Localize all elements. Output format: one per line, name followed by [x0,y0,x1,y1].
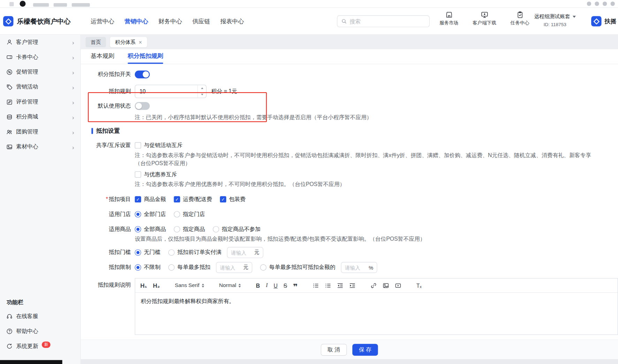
all-products-radio[interactable]: 全部商品 [135,226,166,233]
all-stores-radio[interactable]: 全部门店 [135,211,166,218]
browser-profile-icon[interactable] [20,1,26,7]
nav-finance[interactable]: 财务中心 [159,17,182,25]
chevron-right-icon: › [72,144,74,150]
service-market-button[interactable]: 服务市场 [436,11,462,26]
font-size-select[interactable]: Normal [219,282,241,288]
refresh-icon [6,343,13,349]
save-button[interactable]: 保 存 [352,344,378,356]
points-rate-input[interactable] [135,85,207,98]
specified-stores-radio[interactable]: 指定门店 [174,211,205,218]
radio-selected-icon[interactable] [135,264,141,271]
extension-icon[interactable] [611,2,615,6]
indent-button[interactable] [349,282,356,288]
step-down-icon[interactable] [198,91,206,98]
item-goods-amount-checkbox[interactable]: ✓ 商品金额 [135,196,166,203]
header1-button[interactable]: H₁ [140,282,147,288]
no-limit-radio[interactable]: 不限制 [135,264,160,271]
font-family-select[interactable]: Sans Serif [175,282,204,288]
nav-supply-chain[interactable]: 供应链 [192,17,210,25]
mutex-coupon-checkbox[interactable]: 与优惠券互斥 [135,171,177,178]
outdent-button[interactable] [337,282,343,288]
insert-image-button[interactable] [383,282,389,288]
radio-selected-icon[interactable] [135,226,141,232]
sidebar-item-points-mall[interactable]: 积分商城 › [0,109,81,124]
search-input[interactable] [350,18,425,24]
tag-icon [6,84,13,90]
nav-reports[interactable]: 报表中心 [220,17,244,25]
extension-icon[interactable] [603,2,607,6]
nav-marketing[interactable]: 营销中心 [124,17,148,25]
max-amount-input[interactable]: 元 [216,262,252,273]
sidebar-item-coupon-center[interactable]: 卡券中心 › [0,49,81,64]
link-button[interactable] [371,282,377,288]
default-state-toggle[interactable] [135,102,150,110]
extension-icon[interactable] [587,2,591,6]
underline-button[interactable]: U [274,282,277,288]
sidebar-item-online-service[interactable]: 在线客服 [0,309,81,324]
max-percent-input[interactable]: % [341,262,377,273]
nav-operations[interactable]: 运营中心 [91,17,114,25]
sidebar-item-group-buying[interactable]: 团购管理 › [0,124,81,139]
radio-icon[interactable] [174,226,180,232]
task-center-button[interactable]: 任务中心 [507,11,533,26]
mutex-promo-checkbox[interactable]: 与促销活动互斥 [135,142,183,149]
sidebar-item-material-center[interactable]: 素材中心 › [0,139,81,154]
radio-selected-icon[interactable] [135,211,141,217]
client-download-button[interactable]: 客户端下载 [471,11,497,26]
checkbox-unchecked-icon[interactable] [135,171,141,178]
radio-icon[interactable] [174,211,180,217]
checkbox-checked-icon[interactable]: ✓ [174,196,180,202]
ordered-list-button[interactable] [313,282,319,288]
radio-icon[interactable] [168,264,175,271]
max-per-order-radio[interactable]: 每单最多抵扣 [168,264,211,271]
bold-button[interactable]: B [256,282,260,288]
radio-icon[interactable] [213,226,219,232]
italic-button[interactable]: I [266,282,268,288]
item-packaging-fee-checkbox[interactable]: ✓ 包装费 [220,196,245,203]
insert-video-button[interactable] [395,282,401,288]
header2-button[interactable]: H₂ [153,282,160,288]
sidebar-item-marketing-campaigns[interactable]: 营销活动 › [0,79,81,94]
radio-icon[interactable] [168,249,175,256]
extension-icon[interactable] [595,2,599,6]
checkbox-checked-icon[interactable]: ✓ [135,196,141,202]
sidebar-item-system-update[interactable]: 系统更新 新 [0,339,81,354]
min-order-amount-radio[interactable]: 抵扣前订单实付满 [168,249,222,256]
sidebar-item-help-center[interactable]: 帮助中心 [0,324,81,339]
excluded-products-radio[interactable]: 指定商品不参加 [213,226,261,233]
tab-deduction-rules[interactable]: 积分抵扣规则 [128,52,163,64]
sidebar-item-customer-management[interactable]: 客户管理 › [0,35,81,50]
browser-menu-icon[interactable] [9,2,14,6]
sidebar-item-promotion-management[interactable]: 促销管理 › [0,64,81,79]
tab-home[interactable]: 首页 [85,37,106,47]
editor-content[interactable]: 积分抵扣规则最终解释权归商家所有。 [135,293,618,334]
radio-icon[interactable] [260,264,266,271]
checkbox-checked-icon[interactable]: ✓ [220,196,226,202]
item-shipping-fee-checkbox[interactable]: ✓ 运费/配送费 [174,196,212,203]
no-threshold-radio[interactable]: 无门槛 [135,249,160,256]
section-accent-bar [91,128,93,134]
max-percent-radio[interactable]: 每单最多抵扣可抵扣金额的 [260,264,335,271]
search-box[interactable] [337,15,430,27]
applicable-stores-label: 适用门店 [91,211,131,218]
checkbox-unchecked-icon[interactable] [135,142,141,148]
step-up-icon[interactable] [198,85,206,91]
deduction-switch-toggle[interactable] [135,70,150,78]
tab-points-system[interactable]: 积分体系 × [110,37,147,47]
sidebar-bottom: 功能栏 在线客服 帮助中心 系统更新 新 [0,296,81,364]
clear-format-button[interactable]: Tₓ [416,282,421,288]
bullet-list-button[interactable] [325,282,331,288]
tab-basic-rules[interactable]: 基本规则 [91,52,114,64]
sidebar-item-review-management[interactable]: 评价管理 › [0,94,81,109]
user-block[interactable]: 扶摇 [591,16,616,26]
account-switcher[interactable]: 远程组测试账套 ID: 118753 [531,13,579,27]
threshold-amount-input[interactable]: 元 [227,247,263,258]
specified-products-radio[interactable]: 指定商品 [174,226,205,233]
caret-updown-icon [238,284,241,287]
cancel-button[interactable]: 取 消 [321,344,347,356]
blockquote-button[interactable]: ❞ [293,282,298,291]
strikethrough-button[interactable]: S [283,282,287,288]
close-icon[interactable]: × [139,39,142,45]
radio-selected-icon[interactable] [135,249,141,256]
store-icon [445,11,452,18]
